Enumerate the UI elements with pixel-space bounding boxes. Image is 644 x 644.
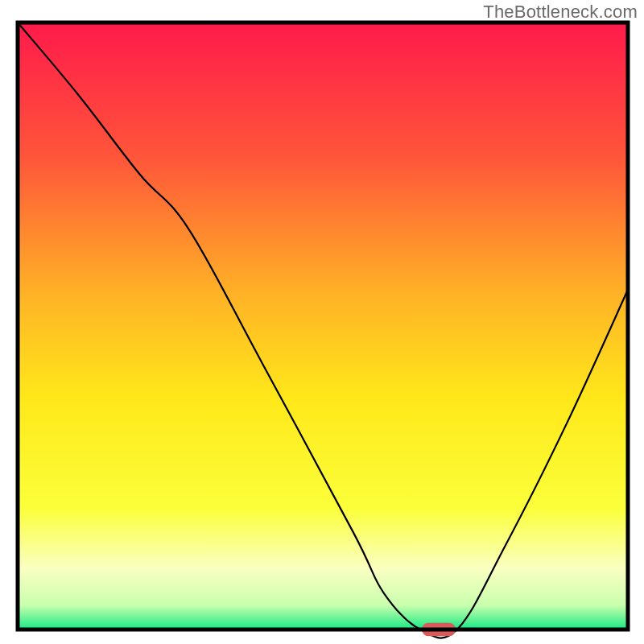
watermark-text: TheBottleneck.com [483,2,638,23]
chart-container: TheBottleneck.com [0,0,644,644]
bottleneck-chart [0,0,644,644]
plot-background [18,23,628,630]
